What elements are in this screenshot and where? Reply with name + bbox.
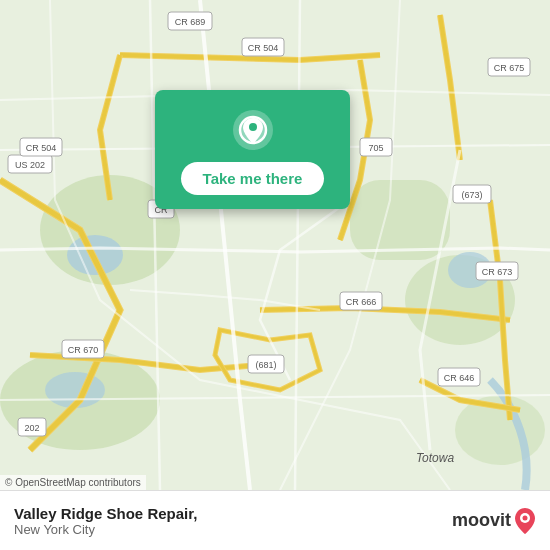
place-name: Valley Ridge Shoe Repair, <box>14 505 197 522</box>
svg-text:CR 675: CR 675 <box>494 63 525 73</box>
svg-point-42 <box>523 515 528 520</box>
svg-text:(681): (681) <box>255 360 276 370</box>
location-pin-icon <box>231 108 275 152</box>
osm-attribution: © OpenStreetMap contributors <box>0 475 146 490</box>
svg-point-40 <box>249 123 257 131</box>
moovit-logo: moovit <box>452 507 536 535</box>
place-info: Valley Ridge Shoe Repair, New York City <box>14 505 197 537</box>
svg-text:Totowa: Totowa <box>416 451 455 465</box>
svg-text:CR 646: CR 646 <box>444 373 475 383</box>
take-me-there-button[interactable]: Take me there <box>181 162 325 195</box>
svg-text:CR 666: CR 666 <box>346 297 377 307</box>
svg-text:CR 504: CR 504 <box>248 43 279 53</box>
map-card: Take me there <box>155 90 350 209</box>
svg-text:US 202: US 202 <box>15 160 45 170</box>
svg-text:202: 202 <box>24 423 39 433</box>
svg-text:CR 689: CR 689 <box>175 17 206 27</box>
map-container: US 202 CR 689 CR 504 CR 675 CR 504 705 (… <box>0 0 550 490</box>
place-city: New York City <box>14 522 197 537</box>
bottom-bar: Valley Ridge Shoe Repair, New York City … <box>0 490 550 550</box>
svg-text:CR 673: CR 673 <box>482 267 513 277</box>
svg-text:CR 504: CR 504 <box>26 143 57 153</box>
svg-text:705: 705 <box>368 143 383 153</box>
moovit-pin-icon <box>514 507 536 535</box>
moovit-logo-text: moovit <box>452 510 511 531</box>
svg-text:(673): (673) <box>461 190 482 200</box>
svg-text:CR 670: CR 670 <box>68 345 99 355</box>
